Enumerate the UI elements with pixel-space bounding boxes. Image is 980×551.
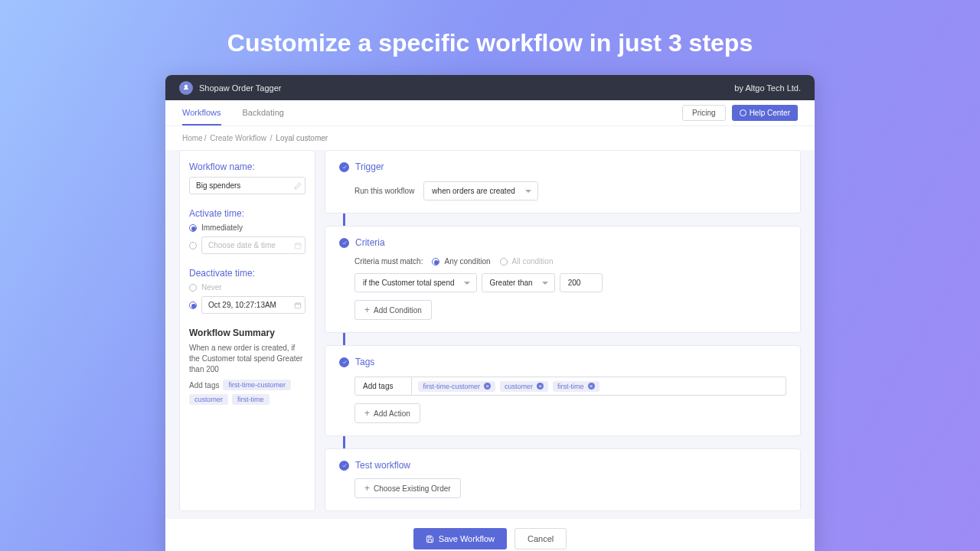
deactivate-scheduled-radio[interactable] [189,302,197,309]
radio-icon [500,258,508,266]
app-logo-wrap: Shopaw Order Tagger [179,81,281,95]
tags-input[interactable]: first-time-customer × customer × first-t… [412,377,786,396]
chevron-down-icon [542,282,548,285]
trigger-label: Run this workflow [354,187,414,195]
match-any-radio[interactable]: Any condition [432,257,490,266]
trigger-select[interactable]: when orders are created [423,181,538,201]
nav-row: Workflows Backdating Pricing Help Center [165,100,815,126]
tags-section: Tags Add tags first-time-customer × [325,345,801,436]
radio-icon [432,258,439,266]
app-vendor: by Altgo Tech Ltd. [734,83,801,93]
connector [343,436,345,448]
main: Trigger Run this workflow when orders ar… [325,150,801,511]
criteria-title: Criteria [355,237,385,248]
nav-tab-workflows[interactable]: Workflows [182,100,221,126]
check-icon [339,461,349,471]
test-section: Test workflow + Choose Existing Order [325,448,801,511]
match-any-label: Any condition [444,257,490,266]
svg-rect-0 [295,243,301,249]
activate-immediately-radio[interactable]: Immediately [189,223,305,232]
breadcrumb-create[interactable]: Create Workflow [210,134,266,142]
deactivate-date-input[interactable]: Oct 29, 10:27:13AM [201,296,305,314]
workflow-summary-text: When a new order is created, if the Cust… [189,343,305,375]
plus-icon: + [364,305,370,315]
tag-remove-icon[interactable]: × [537,383,544,390]
deactivate-never-radio[interactable]: Never [189,283,305,292]
add-action-button[interactable]: + Add Action [354,403,420,423]
check-icon [339,357,349,367]
condition-value-input[interactable] [560,273,603,292]
calendar-icon [294,242,302,249]
cancel-button[interactable]: Cancel [514,528,567,549]
tag-remove-icon[interactable]: × [588,383,595,390]
radio-icon [189,284,197,292]
help-icon [740,109,746,116]
save-icon [426,535,434,543]
summary-tag: first-time [232,394,270,405]
nav-tab-backdating[interactable]: Backdating [243,100,284,126]
activate-scheduled-radio[interactable] [189,242,197,249]
tag-label: first-time [557,383,584,390]
check-icon [339,238,349,248]
summary-tag: customer [189,394,228,405]
activate-immediately-label: Immediately [201,223,243,232]
deactivate-time-label: Deactivate time: [189,268,305,279]
svg-rect-3 [428,536,431,537]
chevron-down-icon [525,190,531,193]
tag-pill: customer × [500,381,548,392]
add-action-label: Add Action [374,409,410,418]
condition-operator-select[interactable]: Greater than [482,273,555,292]
breadcrumb-home[interactable]: Home [182,134,203,142]
match-all-label: All condition [512,257,554,266]
tag-remove-icon[interactable]: × [484,383,491,390]
tags-title: Tags [355,357,374,367]
app-logo-icon [179,81,193,95]
condition-field-value: if the Customer total spend [363,279,455,287]
calendar-icon [294,302,302,309]
choose-order-label: Choose Existing Order [374,484,451,493]
activate-time-label: Activate time: [189,208,305,219]
connector [343,333,345,345]
app-header: Shopaw Order Tagger by Altgo Tech Ltd. [165,75,815,100]
trigger-select-value: when orders are created [432,187,514,195]
deactivate-never-label: Never [201,283,222,292]
tags-action-value: Add tags [363,382,393,390]
breadcrumb: Home/ Create Workflow / Loyal customer [165,126,815,150]
footer: Save Workflow Cancel [165,519,815,551]
check-icon [339,162,349,172]
add-condition-button[interactable]: + Add Condition [354,300,432,320]
svg-rect-2 [428,539,432,542]
workflow-summary-tags: Add tags first-time-customer customer fi… [189,380,305,405]
help-center-label: Help Center [750,109,790,117]
activate-date-input[interactable]: Choose date & time [201,236,305,254]
plus-icon: + [364,409,370,418]
save-workflow-label: Save Workflow [439,534,495,543]
criteria-match-label: Criteria must match: [354,257,423,266]
edit-icon [294,182,302,190]
tag-pill: first-time-customer × [418,381,495,392]
save-workflow-button[interactable]: Save Workflow [413,528,507,549]
tags-action-select[interactable]: Add tags [354,377,412,396]
content: Workflow name: Activate time: Immediatel… [165,150,815,519]
workflow-summary-title: Workflow Summary [189,328,305,338]
sidebar: Workflow name: Activate time: Immediatel… [179,150,315,511]
breadcrumb-current: Loyal customer [276,134,328,142]
help-center-button[interactable]: Help Center [732,105,798,121]
condition-operator-value: Greater than [490,279,533,287]
connector [343,214,345,226]
trigger-title: Trigger [355,161,384,172]
workflow-name-input[interactable] [189,177,305,194]
hero-title: Customize a specific workflow in just 3 … [0,29,980,57]
test-title: Test workflow [355,460,410,471]
plus-icon: + [364,484,370,493]
radio-icon [189,224,197,232]
app-window: Shopaw Order Tagger by Altgo Tech Ltd. W… [165,75,815,551]
tag-pill: first-time × [553,381,599,392]
choose-existing-order-button[interactable]: + Choose Existing Order [354,478,461,498]
pricing-button[interactable]: Pricing [682,105,726,121]
add-condition-label: Add Condition [374,306,422,315]
trigger-section: Trigger Run this workflow when orders ar… [325,150,801,214]
nav-tabs: Workflows Backdating [182,100,284,126]
match-all-radio[interactable]: All condition [500,257,554,266]
condition-field-select[interactable]: if the Customer total spend [354,273,477,292]
